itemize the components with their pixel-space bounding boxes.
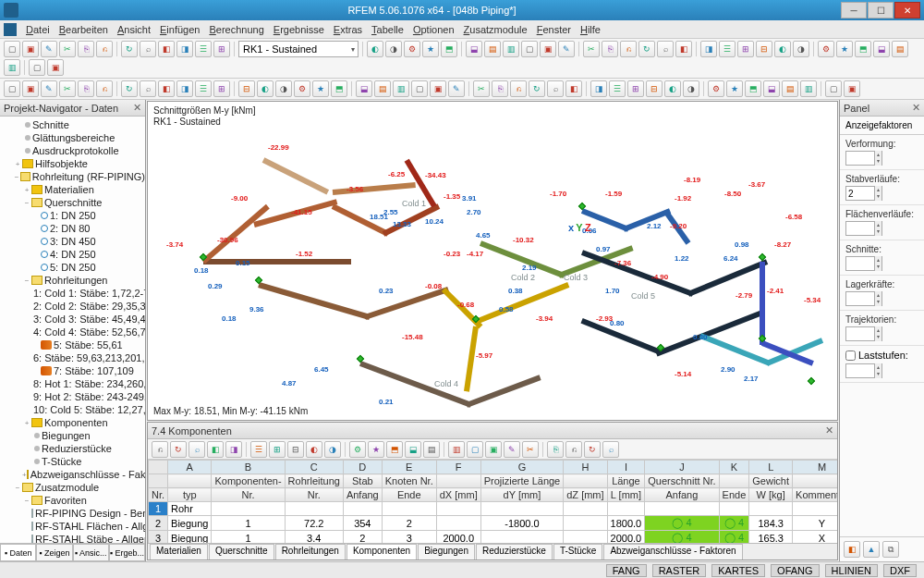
tree-item[interactable]: 3: DN 450 <box>0 235 145 248</box>
toolbar-button[interactable]: ▣ <box>47 59 64 76</box>
tree-item[interactable]: 2: Cold 2: Stäbe: 29,35,30, <box>0 300 145 313</box>
table-close-icon[interactable]: ✕ <box>825 424 833 437</box>
toolbar-button[interactable]: ▢ <box>825 80 842 97</box>
tree-item[interactable]: 10: Cold 5: Stäbe: 12,27,74 <box>0 403 145 416</box>
toolbar-button[interactable]: ⚙ <box>708 80 724 97</box>
table-tool-button[interactable]: ↻ <box>584 441 601 458</box>
toolbar-button[interactable]: ▢ <box>29 59 45 76</box>
table-tool-button[interactable]: ⎌ <box>565 441 582 458</box>
toolbar-button[interactable]: ▤ <box>484 41 501 57</box>
toolbar-button[interactable]: ⎌ <box>620 41 637 57</box>
toolbar-button[interactable]: ✂ <box>59 80 76 97</box>
menu-datei[interactable]: Datei <box>26 24 50 35</box>
table-tool-button[interactable]: ⚙ <box>349 441 366 458</box>
table-tool-button[interactable]: ▥ <box>448 441 465 458</box>
table-tool-button[interactable]: ▤ <box>423 441 440 458</box>
sheet-tab[interactable]: Komponenten <box>346 544 417 560</box>
close-button[interactable]: ✕ <box>894 2 920 18</box>
toolbar-button[interactable]: ▥ <box>800 80 817 97</box>
panel-icon-3[interactable]: ⧉ <box>882 541 899 558</box>
tree-item[interactable]: RF-STAHL Stäbe - Allgemeine <box>0 533 145 543</box>
toolbar-button[interactable]: ⌕ <box>140 80 156 97</box>
table-tool-button[interactable]: ▢ <box>467 441 483 458</box>
table-tool-button[interactable]: ◑ <box>324 441 341 458</box>
toolbar-button[interactable]: ✎ <box>41 41 57 57</box>
toolbar-button[interactable]: ⬒ <box>745 80 761 97</box>
table-tool-button[interactable]: ☰ <box>250 441 267 458</box>
tree-item[interactable]: 1: DN 250 <box>0 209 145 222</box>
table-tool-button[interactable]: ✂ <box>522 441 539 458</box>
tree-item[interactable]: T-Stücke <box>0 455 145 468</box>
navigator-tree[interactable]: SchnitteGlättungsbereicheAusdruckprotoko… <box>0 117 145 543</box>
factor-spinner[interactable]: 2 <box>845 186 882 201</box>
toolbar-button[interactable]: ☰ <box>719 41 736 57</box>
toolbar-button[interactable]: ◑ <box>275 80 292 97</box>
toolbar-button[interactable]: ◑ <box>385 41 402 57</box>
toolbar-button[interactable]: ◐ <box>367 41 383 57</box>
sheet-tab[interactable]: Rohrleitungen <box>275 544 346 560</box>
toolbar-button[interactable]: ▤ <box>374 80 391 97</box>
menu-fenster[interactable]: Fenster <box>537 24 571 35</box>
table-tool-button[interactable]: ✎ <box>504 441 520 458</box>
toolbar-button[interactable]: ▢ <box>521 41 538 57</box>
menu-ergebnisse[interactable]: Ergebnisse <box>274 24 324 35</box>
menu-bearbeiten[interactable]: Bearbeiten <box>59 24 108 35</box>
nav-tab-1[interactable]: ▪ Zeigen <box>36 544 72 561</box>
tree-item[interactable]: RF-STAHL Flächen - Allgeme <box>0 520 145 533</box>
toolbar-button[interactable]: ◧ <box>158 80 175 97</box>
sheet-tab[interactable]: T-Stücke <box>553 544 602 560</box>
table-row[interactable]: 3Biegung13.4232000.02000.0◯ 4◯ 4165.3X <box>149 531 838 544</box>
tree-item[interactable]: RF-PIPING Design - Beme <box>0 507 145 520</box>
status-dxf[interactable]: DXF <box>883 564 917 577</box>
menu-berechnung[interactable]: Berechnung <box>209 24 263 35</box>
table-tool-button[interactable]: ◧ <box>207 441 224 458</box>
table-tool-button[interactable]: ◨ <box>225 441 242 458</box>
sheet-tab[interactable]: Materialien <box>150 544 208 560</box>
tree-item[interactable]: Ausdruckprotokolle <box>0 144 145 157</box>
sheet-tab[interactable]: Biegungen <box>418 544 475 560</box>
tree-item[interactable]: 1: Cold 1: Stäbe: 1,72,2-7,4 <box>0 287 145 300</box>
toolbar-button[interactable]: ⬓ <box>466 41 482 57</box>
tree-item[interactable]: 6: Stäbe: 59,63,213,201,20 <box>0 351 145 364</box>
toolbar-button[interactable]: ⎌ <box>96 41 113 57</box>
toolbar-button[interactable]: ↻ <box>638 41 655 57</box>
toolbar-button[interactable]: ⬒ <box>855 41 871 57</box>
toolbar-button[interactable]: ⚙ <box>818 41 834 57</box>
tree-item[interactable]: 9: Hot 2: Stäbe: 243-249,2 <box>0 390 145 403</box>
menu-einfügen[interactable]: Einfügen <box>160 24 200 35</box>
toolbar-button[interactable]: ↻ <box>121 80 138 97</box>
status-raster[interactable]: RASTER <box>652 564 707 577</box>
toolbar-button[interactable]: ✎ <box>448 80 465 97</box>
table-tool-button[interactable]: ⌕ <box>602 441 619 458</box>
toolbar-button[interactable]: ✂ <box>473 80 490 97</box>
tree-item[interactable]: 3: Cold 3: Stäbe: 45,49,46, <box>0 313 145 326</box>
factor-spinner[interactable] <box>845 151 882 166</box>
sheet-tab[interactable]: Reduzierstücke <box>476 544 553 560</box>
toolbar-button[interactable]: ⬒ <box>441 41 457 57</box>
panel-close-icon[interactable]: ✕ <box>912 102 920 114</box>
panel-icon-1[interactable]: ◧ <box>844 541 860 558</box>
tree-item[interactable]: Reduzierstücke <box>0 442 145 455</box>
sheet-tab[interactable]: Abzweiganschlüsse - Faktoren <box>603 544 742 560</box>
toolbar-button[interactable]: ⊞ <box>737 41 754 57</box>
minimize-button[interactable]: ─ <box>841 2 867 18</box>
toolbar-button[interactable]: ◨ <box>176 41 193 57</box>
toolbar-button[interactable]: ◨ <box>590 80 607 97</box>
menu-optionen[interactable]: Optionen <box>413 24 455 35</box>
toolbar-button[interactable]: ⬒ <box>331 80 347 97</box>
toolbar-button[interactable]: ☰ <box>195 41 212 57</box>
toolbar-button[interactable]: ⊞ <box>213 41 230 57</box>
toolbar-button[interactable]: ★ <box>312 80 329 97</box>
toolbar-button[interactable]: ◐ <box>664 80 681 97</box>
toolbar-button[interactable]: ◨ <box>700 41 717 57</box>
table-tool-button[interactable]: ▣ <box>485 441 502 458</box>
toolbar-button[interactable]: ⊟ <box>238 80 255 97</box>
toolbar-button[interactable]: ▣ <box>22 41 39 57</box>
tree-item[interactable]: −Rohrleitungen <box>0 274 145 287</box>
tree-item[interactable]: 4: DN 250 <box>0 248 145 261</box>
tree-item[interactable]: Biegungen <box>0 429 145 442</box>
toolbar-button[interactable]: ✂ <box>583 41 600 57</box>
menu-extras[interactable]: Extras <box>334 24 362 35</box>
tree-item[interactable]: 5: Stäbe: 55,61 <box>0 338 145 351</box>
table-tool-button[interactable]: ⎘ <box>547 441 564 458</box>
